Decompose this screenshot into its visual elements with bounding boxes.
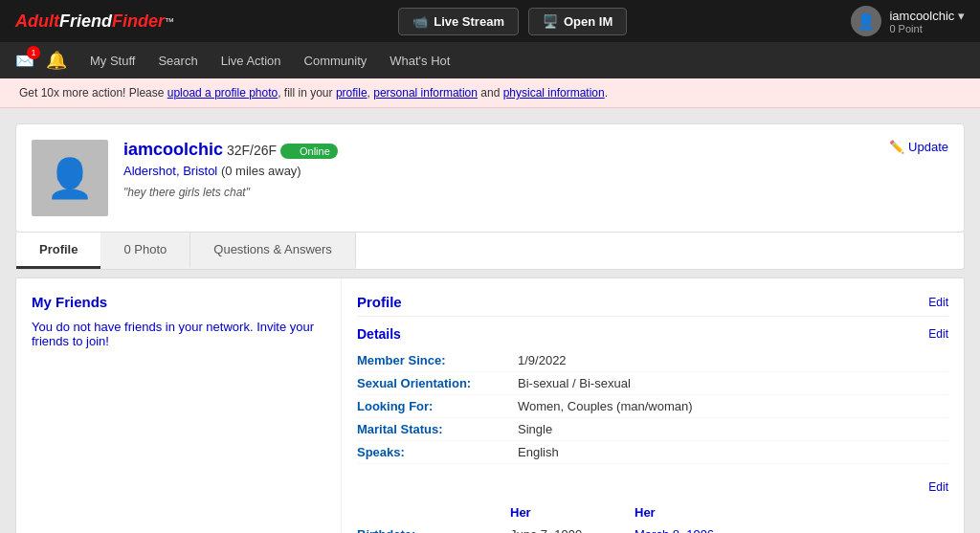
pencil-icon: ✏️ bbox=[889, 140, 904, 154]
info-banner: Get 10x more action! Please upload a pro… bbox=[0, 78, 980, 108]
open-im-label: Open IM bbox=[564, 14, 612, 29]
detail-label-member-since: Member Since: bbox=[357, 353, 510, 367]
tab-profile[interactable]: Profile bbox=[16, 233, 100, 269]
user-info: iamcoolchic ▾ 0 Point bbox=[889, 9, 965, 34]
banner-text-mid1: , fill in your bbox=[278, 86, 336, 100]
nav-links: My Stuff Search Live Action Community Wh… bbox=[90, 54, 450, 68]
live-stream-label: Live Stream bbox=[434, 14, 504, 29]
bell-icon[interactable]: 🔔 bbox=[46, 50, 67, 71]
banner-link-personal[interactable]: personal information bbox=[373, 86, 478, 100]
profile-section-header: Profile Edit bbox=[357, 294, 948, 317]
main-content: 👤 iamcoolchic 32F/26F Online Aldershot, … bbox=[0, 108, 980, 533]
profile-avatar: 👤 bbox=[32, 140, 108, 216]
details-header: Details Edit bbox=[357, 326, 948, 342]
detail-value-looking: Women, Couples (man/woman) bbox=[518, 399, 693, 413]
couple-col-her1: Her bbox=[510, 505, 635, 520]
update-btn-area: ✏️ Update bbox=[889, 140, 948, 154]
detail-value-speaks: English bbox=[518, 445, 559, 459]
top-right-user: 👤 iamcoolchic ▾ 0 Point bbox=[851, 6, 965, 36]
couple-header-row: Her Her bbox=[357, 501, 948, 523]
update-button[interactable]: ✏️ Update bbox=[889, 140, 948, 154]
logo-adult: Adult bbox=[15, 11, 59, 32]
monitor-icon: 🖥️ bbox=[543, 14, 558, 29]
left-column: My Friends You do not have friends in yo… bbox=[16, 278, 342, 533]
banner-link-profile[interactable]: profile bbox=[336, 86, 368, 100]
top-bar: AdultFriendFinder™ 📹 Live Stream 🖥️ Open… bbox=[0, 0, 980, 42]
mail-icon-wrap[interactable]: ✉️ 1 bbox=[15, 52, 34, 70]
user-avatar: 👤 bbox=[851, 6, 881, 36]
online-badge: Online bbox=[280, 144, 338, 159]
online-dot-icon bbox=[288, 147, 296, 155]
my-friends-title: My Friends bbox=[32, 294, 325, 310]
logo-friend: Friend bbox=[59, 11, 112, 32]
profile-quote: "hey there girls lets chat" bbox=[123, 186, 338, 199]
banner-text-mid3: and bbox=[478, 86, 503, 100]
profile-header-left: 👤 iamcoolchic 32F/26F Online Aldershot, … bbox=[32, 140, 338, 216]
details-title: Details bbox=[357, 326, 401, 342]
username-link[interactable]: iamcoolchic bbox=[889, 9, 954, 23]
detail-row-speaks: Speaks: English bbox=[357, 441, 948, 464]
detail-label-orientation: Sexual Orientation: bbox=[357, 376, 510, 390]
profile-edit-link[interactable]: Edit bbox=[928, 296, 948, 309]
profile-username[interactable]: iamcoolchic bbox=[123, 140, 223, 159]
detail-value-member-since: 1/9/2022 bbox=[518, 353, 567, 367]
open-im-button[interactable]: 🖥️ Open IM bbox=[528, 8, 627, 35]
banner-text-before: Get 10x more action! Please bbox=[19, 86, 167, 100]
nav-my-stuff[interactable]: My Stuff bbox=[90, 54, 135, 68]
couple-val-birthdate2: March 8, 1996 bbox=[635, 527, 759, 533]
couple-col-her2: Her bbox=[635, 505, 759, 520]
detail-row-looking: Looking For: Women, Couples (man/woman) bbox=[357, 395, 948, 418]
profile-age-gender: 32F/26F bbox=[223, 143, 280, 158]
live-stream-button[interactable]: 📹 Live Stream bbox=[398, 8, 519, 35]
banner-text-after: . bbox=[605, 86, 608, 100]
banner-link-physical[interactable]: physical information bbox=[503, 86, 605, 100]
update-label: Update bbox=[908, 140, 948, 154]
nav-live-action[interactable]: Live Action bbox=[221, 54, 281, 68]
nav-whats-hot[interactable]: What's Hot bbox=[390, 54, 450, 68]
detail-value-orientation: Bi-sexual / Bi-sexual bbox=[518, 376, 631, 390]
edit3-row: Edit bbox=[357, 479, 948, 494]
detail-row-marital: Marital Status: Single bbox=[357, 418, 948, 441]
couple-section: Her Her Birthdate: June 7, 1990 March 8,… bbox=[357, 501, 948, 533]
no-friends-text: You do not have friends in your network.… bbox=[32, 320, 325, 348]
points-display: 0 Point bbox=[889, 23, 965, 34]
video-icon: 📹 bbox=[412, 14, 428, 29]
detail-row-member-since: Member Since: 1/9/2022 bbox=[357, 349, 948, 372]
couple-label-birthdate: Birthdate: bbox=[357, 527, 510, 533]
profile-location: Aldershot, Bristol (0 miles away) bbox=[123, 164, 338, 178]
top-center-buttons: 📹 Live Stream 🖥️ Open IM bbox=[398, 8, 627, 35]
detail-value-marital: Single bbox=[518, 422, 552, 436]
two-col-content: My Friends You do not have friends in yo… bbox=[15, 278, 965, 533]
second-nav: ✉️ 1 🔔 My Stuff Search Live Action Commu… bbox=[0, 42, 980, 78]
username-arrow: ▾ bbox=[958, 9, 965, 23]
nav-search[interactable]: Search bbox=[158, 54, 197, 68]
profile-header-card: 👤 iamcoolchic 32F/26F Online Aldershot, … bbox=[15, 123, 965, 233]
location-city: Aldershot, Bristol bbox=[123, 164, 217, 178]
edit3-link[interactable]: Edit bbox=[928, 480, 948, 494]
nav-community[interactable]: Community bbox=[304, 54, 368, 68]
couple-row-birthdate: Birthdate: June 7, 1990 March 8, 1996 bbox=[357, 523, 948, 533]
tabs-bar: Profile 0 Photo Questions & Answers bbox=[15, 233, 965, 270]
detail-label-marital: Marital Status: bbox=[357, 422, 510, 436]
details-section: Details Edit Member Since: 1/9/2022 Sexu… bbox=[357, 326, 948, 464]
tab-photo[interactable]: 0 Photo bbox=[100, 233, 190, 269]
tab-qa[interactable]: Questions & Answers bbox=[190, 233, 356, 269]
nav-icons: ✉️ 1 🔔 bbox=[15, 50, 67, 71]
detail-row-orientation: Sexual Orientation: Bi-sexual / Bi-sexua… bbox=[357, 372, 948, 395]
right-column: Profile Edit Details Edit Member Since: … bbox=[342, 278, 964, 533]
detail-label-looking: Looking For: bbox=[357, 399, 510, 413]
logo-tm: ™ bbox=[165, 16, 174, 27]
profile-username-row: iamcoolchic 32F/26F Online bbox=[123, 140, 338, 160]
banner-link-photo[interactable]: upload a profile photo bbox=[167, 86, 278, 100]
detail-label-speaks: Speaks: bbox=[357, 445, 510, 459]
online-label: Online bbox=[300, 145, 330, 157]
logo: AdultFriendFinder™ bbox=[15, 11, 174, 32]
couple-val-birthdate1: June 7, 1990 bbox=[510, 527, 635, 533]
logo-finder: Finder bbox=[112, 11, 165, 32]
profile-section-label: Profile bbox=[357, 294, 402, 310]
location-dist: (0 miles away) bbox=[221, 164, 301, 178]
mail-badge: 1 bbox=[27, 46, 40, 59]
profile-info: iamcoolchic 32F/26F Online Aldershot, Br… bbox=[123, 140, 338, 199]
details-edit-link[interactable]: Edit bbox=[928, 327, 948, 341]
